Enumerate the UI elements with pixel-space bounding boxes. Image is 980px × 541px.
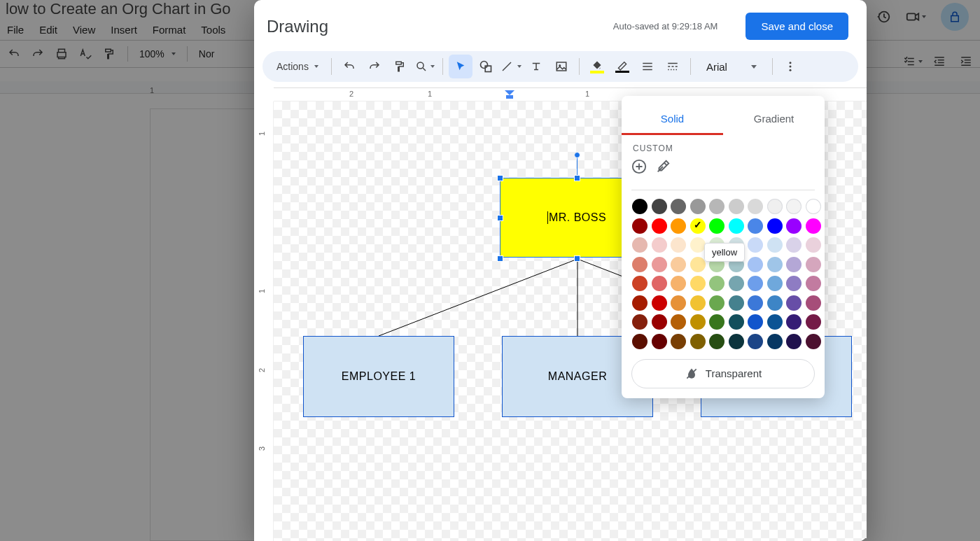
undo-icon[interactable] [7, 47, 21, 61]
color-swatch[interactable] [652, 276, 667, 291]
color-swatch[interactable] [767, 257, 783, 272]
style-select[interactable]: Nor [199, 48, 215, 59]
rotate-handle[interactable] [574, 152, 580, 158]
color-swatch[interactable] [806, 237, 821, 253]
color-swatch[interactable] [767, 334, 783, 349]
color-swatch[interactable] [652, 218, 667, 234]
color-swatch[interactable] [690, 218, 706, 234]
color-swatch[interactable] [806, 314, 821, 330]
color-swatch[interactable] [690, 237, 706, 253]
color-swatch[interactable] [652, 314, 667, 330]
shape-employee-1[interactable]: EMPLOYEE 1 [303, 336, 454, 417]
color-swatch[interactable] [690, 314, 706, 330]
color-swatch[interactable] [748, 276, 763, 291]
color-swatch[interactable] [786, 199, 802, 214]
color-swatch[interactable] [729, 199, 744, 214]
menu-edit[interactable]: Edit [39, 24, 57, 36]
color-swatch[interactable] [671, 314, 686, 330]
color-swatch[interactable] [671, 334, 686, 349]
indent-increase-icon[interactable] [959, 55, 973, 69]
menu-view[interactable]: View [73, 24, 95, 36]
color-swatch[interactable] [632, 334, 648, 349]
color-swatch[interactable] [748, 295, 763, 311]
fill-color-button[interactable] [585, 55, 609, 78]
color-swatch[interactable] [632, 199, 648, 214]
more-options-button[interactable] [778, 55, 802, 78]
shape-tool[interactable] [474, 55, 498, 78]
color-swatch[interactable] [632, 218, 648, 234]
border-color-button[interactable] [610, 55, 634, 78]
drawing-canvas[interactable]: MR. BOSS EMPLOYEE 1 MANAGER EMPLOYEE 2 S… [274, 101, 867, 541]
transparent-button[interactable]: Transparent [631, 359, 815, 388]
color-swatch[interactable] [806, 334, 821, 349]
print-icon[interactable] [55, 47, 69, 61]
share-button[interactable] [941, 3, 969, 31]
resize-handle-n[interactable] [574, 175, 580, 181]
color-swatch[interactable] [767, 295, 783, 311]
color-swatch[interactable] [748, 334, 763, 349]
color-swatch[interactable] [729, 295, 744, 311]
color-swatch[interactable] [690, 295, 706, 311]
checklist-icon[interactable] [906, 55, 920, 69]
color-swatch[interactable] [748, 257, 763, 272]
color-swatch[interactable] [652, 237, 667, 253]
color-swatch[interactable] [690, 257, 706, 272]
color-swatch[interactable] [671, 257, 686, 272]
undo-button[interactable] [337, 55, 361, 78]
color-swatch[interactable] [632, 314, 648, 330]
color-swatch[interactable] [786, 314, 802, 330]
color-swatch[interactable] [652, 295, 667, 311]
color-swatch[interactable] [709, 276, 724, 291]
color-swatch[interactable] [748, 237, 763, 253]
resize-handle-w[interactable] [497, 215, 503, 221]
color-swatch[interactable] [709, 295, 724, 311]
menu-format[interactable]: Format [153, 24, 186, 36]
menu-file[interactable]: File [7, 24, 24, 36]
color-swatch[interactable] [806, 199, 821, 214]
actions-menu[interactable]: Actions [270, 55, 326, 78]
spellcheck-icon[interactable] [78, 47, 92, 61]
paint-format-icon[interactable] [102, 47, 116, 61]
color-swatch[interactable] [748, 218, 763, 234]
color-swatch[interactable] [786, 276, 802, 291]
border-weight-button[interactable] [636, 55, 659, 78]
redo-button[interactable] [363, 55, 386, 78]
video-icon[interactable] [909, 10, 923, 24]
color-swatch[interactable] [806, 257, 821, 272]
color-swatch[interactable] [767, 218, 783, 234]
redo-icon[interactable] [31, 47, 45, 61]
save-and-close-button[interactable]: Save and close [746, 13, 848, 40]
color-swatch[interactable] [767, 314, 783, 330]
image-tool[interactable] [550, 55, 573, 78]
color-swatch[interactable] [632, 257, 648, 272]
color-swatch[interactable] [729, 334, 744, 349]
font-select[interactable]: Arial [696, 61, 766, 73]
color-swatch[interactable] [729, 218, 744, 234]
color-swatch[interactable] [690, 334, 706, 349]
color-swatch[interactable] [690, 199, 706, 214]
color-swatch[interactable] [767, 276, 783, 291]
indent-marker-icon[interactable] [505, 90, 514, 100]
color-swatch[interactable] [786, 257, 802, 272]
color-swatch[interactable] [671, 199, 686, 214]
color-swatch[interactable] [671, 295, 686, 311]
color-swatch[interactable] [786, 334, 802, 349]
border-dash-button[interactable] [661, 55, 685, 78]
color-swatch[interactable] [806, 218, 821, 234]
color-swatch[interactable] [671, 218, 686, 234]
color-swatch[interactable] [709, 199, 724, 214]
resize-handle-nw[interactable] [497, 175, 503, 181]
color-swatch[interactable] [806, 276, 821, 291]
resize-handle-sw[interactable] [497, 255, 503, 262]
color-swatch[interactable] [671, 276, 686, 291]
color-swatch[interactable] [806, 295, 821, 311]
color-swatch[interactable] [671, 237, 686, 253]
tab-solid[interactable]: Solid [622, 106, 723, 135]
color-swatch[interactable] [709, 314, 724, 330]
tab-gradient[interactable]: Gradient [723, 106, 825, 135]
text-box-tool[interactable] [524, 55, 548, 78]
color-swatch[interactable] [748, 314, 763, 330]
color-swatch[interactable] [767, 237, 783, 253]
history-icon[interactable] [876, 10, 890, 24]
color-swatch[interactable] [709, 334, 724, 349]
